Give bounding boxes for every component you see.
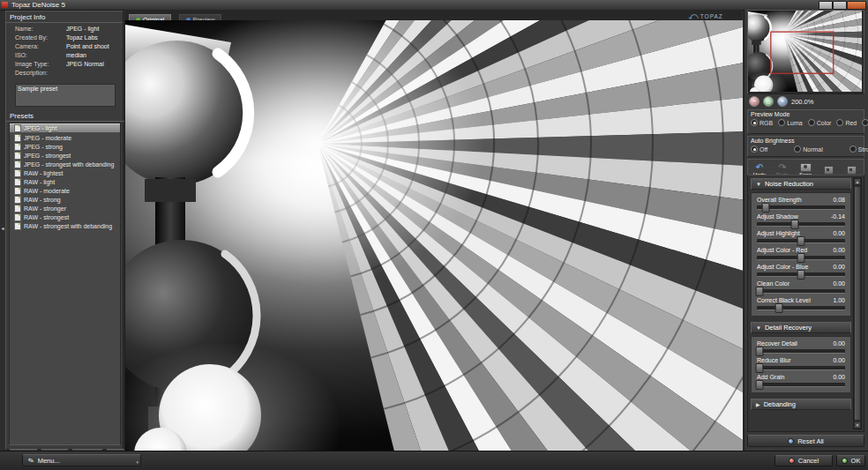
- preview-mode-box: Preview Mode RGB Luma Color Red: [747, 109, 864, 134]
- slider-track[interactable]: [757, 272, 845, 277]
- auto-brightness-radio[interactable]: Off: [751, 145, 767, 153]
- field-value: Topaz Labs: [66, 34, 121, 41]
- cancel-button[interactable]: Cancel: [774, 455, 833, 466]
- preset-item[interactable]: RAW - lightest: [10, 168, 120, 177]
- menu-corner-arrow-icon: ▾: [136, 459, 138, 465]
- field-value: [66, 70, 121, 77]
- preset-item[interactable]: RAW - strongest: [10, 213, 120, 221]
- section-header-debanding[interactable]: ▶ Debanding: [751, 399, 851, 410]
- description-box[interactable]: Sample preset: [15, 84, 116, 107]
- collapse-left-panel-arrow[interactable]: ◂: [0, 224, 5, 233]
- preset-label: RAW - lightest: [24, 170, 63, 176]
- slider-handle[interactable]: [775, 303, 783, 313]
- field-label: ISO:: [15, 52, 66, 59]
- field-value: JPEG Normal: [66, 61, 121, 68]
- slider-track[interactable]: [757, 289, 845, 294]
- slider-value: 0.00: [833, 357, 845, 364]
- preset-item[interactable]: JPEG - strongest: [10, 151, 120, 160]
- slider-handle[interactable]: [797, 236, 805, 246]
- presets-title: Presets: [6, 110, 126, 122]
- preview-mode-options: RGB Luma Color Red Blue: [751, 119, 861, 126]
- zoom-out-icon[interactable]: −: [749, 96, 760, 107]
- preview-mode-radio[interactable]: Luma: [778, 119, 803, 126]
- navigator-thumbnail[interactable]: [747, 10, 864, 94]
- settings-scrollbar[interactable]: ▲ ▼: [853, 177, 862, 429]
- zoom-fit-icon[interactable]: ◎: [763, 96, 774, 107]
- preset-item[interactable]: RAW - strongest with debanding: [10, 221, 120, 230]
- preset-item[interactable]: JPEG - light: [10, 123, 120, 133]
- preset-item[interactable]: JPEG - moderate: [10, 133, 120, 142]
- menu-button[interactable]: ✎ Menu... ▾: [22, 454, 141, 466]
- slider-handle[interactable]: [797, 270, 805, 280]
- maximize-button[interactable]: [833, 1, 847, 10]
- preset-item[interactable]: JPEG - strong: [10, 142, 120, 151]
- slider-value: 0.08: [833, 197, 845, 204]
- topaz-logo-icon: ⤺: [688, 11, 699, 22]
- slider-track[interactable]: [757, 205, 845, 210]
- preview-mode-radio[interactable]: Color: [808, 119, 832, 126]
- auto-brightness-radio[interactable]: Strong: [849, 145, 868, 153]
- auto-brightness-radio[interactable]: Normal: [794, 145, 823, 153]
- slider-handle[interactable]: [797, 253, 805, 263]
- radio-icon: [836, 119, 843, 126]
- field-label: Camera:: [15, 43, 66, 50]
- topaz-watermark: ⤺ TOPAZ: [688, 7, 739, 25]
- slider-track[interactable]: [757, 222, 845, 227]
- radio-icon: [751, 119, 758, 126]
- preview-mode-radio[interactable]: Red: [836, 119, 857, 126]
- slider-handle[interactable]: [756, 287, 764, 296]
- slider-row: Overall Strength 0.08: [757, 197, 845, 210]
- section-header-detail-recovery[interactable]: ▼ Detail Recovery: [751, 322, 851, 333]
- image-preview-canvas[interactable]: [124, 20, 742, 451]
- slider-row: Recover Detail 0.00: [757, 340, 845, 354]
- slider-track[interactable]: [757, 256, 845, 260]
- slider-handle[interactable]: [762, 203, 770, 213]
- slider-handle[interactable]: [756, 380, 764, 390]
- slider-track[interactable]: [757, 349, 845, 354]
- ok-button[interactable]: OK: [836, 455, 865, 466]
- field-value: JPEG - light: [66, 26, 121, 33]
- scroll-up-icon[interactable]: ▲: [854, 178, 861, 185]
- preview-mode-radio[interactable]: Blue: [862, 119, 868, 126]
- slider-track[interactable]: [757, 306, 845, 310]
- preset-item[interactable]: RAW - light: [10, 177, 120, 186]
- radio-icon: [808, 119, 815, 126]
- minimize-button[interactable]: [819, 1, 833, 10]
- section-header-noise-reduction[interactable]: ▼ Noise Reduction: [751, 178, 851, 190]
- slider-track[interactable]: [757, 383, 845, 387]
- noise-reduction-body: Overall Strength 0.08 Adjust Shadow -0.1…: [751, 192, 851, 317]
- scroll-down-icon[interactable]: ▼: [854, 422, 861, 429]
- preview-mode-radio[interactable]: RGB: [751, 119, 773, 126]
- radio-icon: [849, 145, 857, 153]
- preset-label: RAW - light: [24, 179, 55, 185]
- scroll-thumb[interactable]: [854, 186, 861, 421]
- ok-icon: [842, 458, 848, 464]
- slider-handle[interactable]: [791, 220, 799, 229]
- slider-row: Adjust Color - Blue 0.00: [757, 264, 845, 277]
- slider-value: 0.00: [833, 264, 845, 271]
- slider-handle[interactable]: [756, 363, 764, 373]
- slider-value: 0.00: [833, 340, 845, 347]
- preset-list[interactable]: JPEG - light JPEG - moderate JPEG - stro…: [9, 123, 121, 445]
- reset-all-button[interactable]: Reset All: [747, 435, 864, 447]
- slider-value: 0.00: [833, 230, 845, 237]
- redo-icon: ↷: [779, 163, 786, 172]
- field-label: Created By:: [15, 34, 66, 41]
- preset-item[interactable]: RAW - moderate: [10, 186, 120, 195]
- slider-track[interactable]: [757, 239, 845, 243]
- preset-item[interactable]: RAW - strong: [10, 195, 120, 204]
- preset-file-icon: [14, 178, 21, 186]
- slider-track[interactable]: [757, 366, 845, 370]
- zoom-in-icon[interactable]: +: [777, 96, 788, 107]
- slider-handle[interactable]: [756, 347, 764, 356]
- radio-icon: [778, 119, 785, 126]
- preset-item[interactable]: RAW - stronger: [10, 204, 120, 213]
- slider-row: Adjust Color - Red 0.00: [757, 247, 845, 260]
- cancel-icon: [789, 458, 795, 464]
- preset-file-icon: [14, 134, 21, 142]
- disabled-icon: [847, 166, 857, 175]
- preset-file-icon: [14, 160, 21, 168]
- preset-item[interactable]: JPEG - strongest with debanding: [10, 160, 120, 168]
- close-button[interactable]: [847, 1, 866, 10]
- project-info-title: Project Info: [6, 11, 123, 23]
